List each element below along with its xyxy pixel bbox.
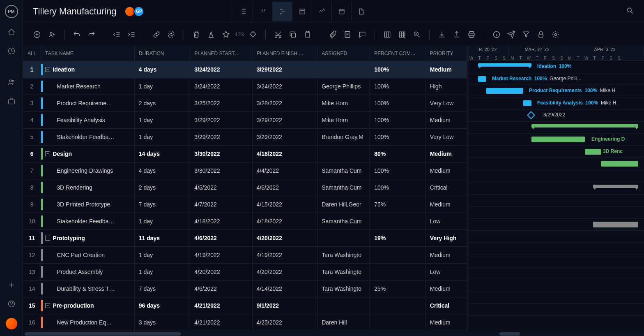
- priority-cell[interactable]: Medium: [426, 314, 467, 331]
- link-icon[interactable]: [151, 29, 162, 40]
- percent-cell[interactable]: 19%: [370, 229, 426, 246]
- home-icon[interactable]: [7, 27, 16, 37]
- finish-cell[interactable]: 4/20/2022: [252, 263, 317, 280]
- assigned-cell[interactable]: Tara Washingto: [317, 280, 370, 297]
- duration-cell[interactable]: 4 days: [134, 162, 190, 179]
- avatar-2[interactable]: GP: [133, 6, 144, 17]
- table-row[interactable]: 6 −Design 14 days 3/30/2022 4/18/2022 80…: [23, 145, 467, 162]
- start-cell[interactable]: 3/29/2022: [190, 128, 252, 145]
- table-row[interactable]: 16 New Production Eq… 3 days 4/21/2022 4…: [23, 314, 467, 331]
- finish-cell[interactable]: 4/4/2022: [252, 162, 317, 179]
- outdent-icon[interactable]: [111, 29, 122, 40]
- task-name-cell[interactable]: Market Research: [41, 78, 134, 95]
- finish-cell[interactable]: 4/15/2022: [252, 196, 317, 213]
- highlight-icon[interactable]: [220, 29, 232, 40]
- lock-icon[interactable]: [535, 29, 547, 40]
- assigned-cell[interactable]: Samantha Cum: [317, 213, 370, 229]
- info-icon[interactable]: [491, 29, 502, 40]
- start-cell[interactable]: 4/6/2022: [190, 280, 252, 297]
- view-files-icon[interactable]: [351, 2, 371, 21]
- duration-cell[interactable]: 1 day: [134, 246, 190, 263]
- finish-cell[interactable]: 4/14/2022: [252, 280, 317, 297]
- finish-cell[interactable]: 3/28/2022: [252, 95, 317, 111]
- finish-cell[interactable]: 4/25/2022: [252, 314, 317, 331]
- task-name-cell[interactable]: Stakeholder Feedba…: [41, 213, 134, 229]
- view-list-icon[interactable]: [233, 2, 253, 21]
- task-name-cell[interactable]: Engineering Drawings: [41, 162, 134, 179]
- recent-icon[interactable]: [7, 46, 16, 56]
- comment-icon[interactable]: [356, 29, 368, 40]
- priority-cell[interactable]: Medium: [426, 246, 467, 263]
- percent-cell[interactable]: 100%: [370, 61, 426, 78]
- priority-cell[interactable]: Medium: [426, 162, 467, 179]
- start-cell[interactable]: 4/19/2022: [190, 246, 252, 263]
- percent-cell[interactable]: 100%: [370, 78, 426, 95]
- duration-cell[interactable]: 7 days: [134, 280, 190, 297]
- start-cell[interactable]: 4/6/2022: [190, 229, 252, 246]
- priority-cell[interactable]: Medium: [426, 196, 467, 213]
- percent-cell[interactable]: [370, 246, 426, 263]
- row-number[interactable]: 11: [23, 229, 41, 246]
- duration-cell[interactable]: 7 days: [134, 196, 190, 213]
- milestone-icon[interactable]: [247, 29, 259, 40]
- start-cell[interactable]: 4/7/2022: [190, 196, 252, 213]
- print-icon[interactable]: [466, 29, 477, 40]
- percent-cell[interactable]: 100%: [370, 111, 426, 128]
- col-start[interactable]: PLANNED START…: [190, 46, 252, 61]
- text-color-icon[interactable]: [205, 29, 217, 40]
- priority-cell[interactable]: Medium: [426, 145, 467, 162]
- row-number[interactable]: 13: [23, 263, 41, 280]
- filter-icon[interactable]: [520, 29, 532, 40]
- delete-icon[interactable]: [191, 29, 202, 40]
- zoom-icon[interactable]: [411, 29, 423, 40]
- attach-icon[interactable]: [327, 29, 338, 40]
- settings-icon[interactable]: [550, 29, 561, 40]
- assigned-cell[interactable]: Mike Horn: [317, 95, 370, 111]
- table-row[interactable]: 8 3D Rendering 2 days 4/5/2022 4/6/2022 …: [23, 179, 467, 196]
- row-number[interactable]: 15: [23, 297, 41, 314]
- percent-cell[interactable]: [370, 213, 426, 229]
- undo-icon[interactable]: [71, 29, 83, 40]
- finish-cell[interactable]: 3/24/2022: [252, 78, 317, 95]
- task-name-cell[interactable]: New Production Eq…: [41, 314, 134, 331]
- duration-cell[interactable]: 1 day: [134, 111, 190, 128]
- percent-cell[interactable]: 25%: [370, 280, 426, 297]
- start-cell[interactable]: 3/24/2022: [190, 78, 252, 95]
- priority-cell[interactable]: Medium: [426, 280, 467, 297]
- start-cell[interactable]: 3/24/2022: [190, 61, 252, 78]
- priority-cell[interactable]: Very High: [426, 229, 467, 246]
- task-name-cell[interactable]: Product Assembly: [41, 263, 134, 280]
- priority-cell[interactable]: Critical: [426, 179, 467, 196]
- percent-cell[interactable]: 100%: [370, 128, 426, 145]
- finish-cell[interactable]: 4/18/2022: [252, 213, 317, 229]
- project-avatars[interactable]: GP: [126, 6, 144, 17]
- assigned-cell[interactable]: George Phillips: [317, 78, 370, 95]
- start-cell[interactable]: 4/5/2022: [190, 179, 252, 196]
- table-row[interactable]: 11 −Prototyping 11 days 4/6/2022 4/20/20…: [23, 229, 467, 246]
- col-priority[interactable]: PRIORITY: [426, 46, 467, 61]
- percent-cell[interactable]: 100%: [370, 162, 426, 179]
- table-row[interactable]: 15 −Pre-production 96 days 4/21/2022 9/1…: [23, 297, 467, 314]
- table-row[interactable]: 10 Stakeholder Feedba… 1 day 4/18/2022 4…: [23, 213, 467, 229]
- table-row[interactable]: 2 Market Research 1 day 3/24/2022 3/24/2…: [23, 78, 467, 95]
- priority-cell[interactable]: High: [426, 78, 467, 95]
- table-row[interactable]: 7 Engineering Drawings 4 days 3/30/2022 …: [23, 162, 467, 179]
- row-number[interactable]: 14: [23, 280, 41, 297]
- duration-cell[interactable]: 3 days: [134, 314, 190, 331]
- add-task-icon[interactable]: [31, 29, 43, 40]
- search-icon[interactable]: [626, 7, 634, 16]
- view-calendar-icon[interactable]: [331, 2, 351, 21]
- team-icon[interactable]: [7, 77, 16, 87]
- task-name-cell[interactable]: Feasibility Analysis: [41, 111, 134, 128]
- start-cell[interactable]: 4/21/2022: [190, 297, 252, 314]
- start-cell[interactable]: 4/21/2022: [190, 314, 252, 331]
- task-name-cell[interactable]: CNC Part Creation: [41, 246, 134, 263]
- duration-cell[interactable]: 1 day: [134, 263, 190, 280]
- duration-cell[interactable]: 1 day: [134, 128, 190, 145]
- view-dashboard-icon[interactable]: [312, 2, 331, 21]
- collapse-icon[interactable]: −: [45, 67, 50, 72]
- duration-cell[interactable]: 96 days: [134, 297, 190, 314]
- assigned-cell[interactable]: [317, 297, 370, 314]
- col-percent[interactable]: PERCENT COM…: [370, 46, 426, 61]
- row-number[interactable]: 3: [23, 95, 41, 111]
